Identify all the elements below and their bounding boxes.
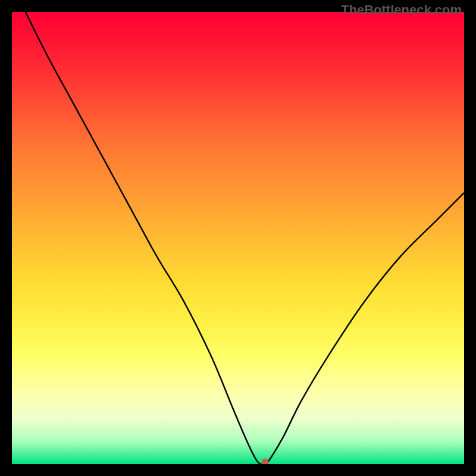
- bottleneck-curve: [26, 12, 464, 464]
- optimal-point-marker: [262, 459, 269, 464]
- curve-layer: [12, 12, 464, 464]
- chart-container: TheBottleneck.com: [0, 0, 476, 476]
- watermark-text: TheBottleneck.com: [341, 2, 462, 18]
